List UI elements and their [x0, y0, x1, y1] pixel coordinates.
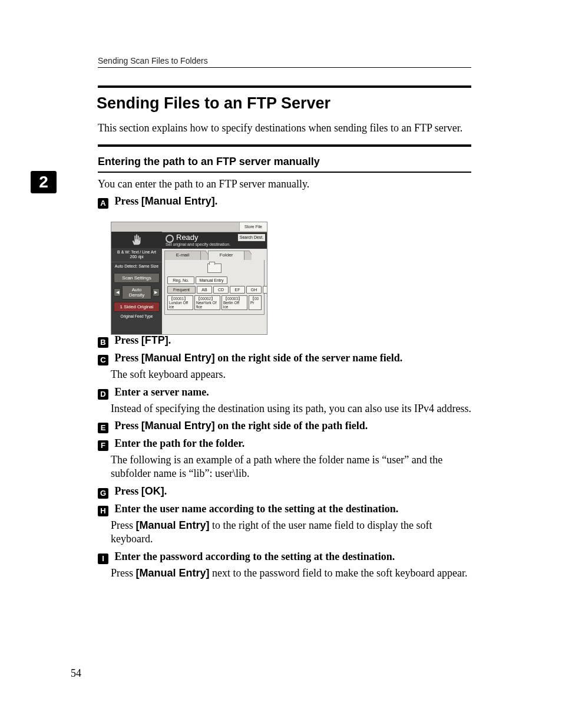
- folder-icon: [207, 263, 222, 273]
- step-3: C Press [Manual Entry] on the right side…: [98, 351, 471, 365]
- device-tabs: E-mail Folder: [164, 251, 265, 260]
- row-destinations: 【00001】 London Off ice 【00002】 NewYork O…: [167, 295, 262, 310]
- step-1: A Press [Manual Entry].: [98, 195, 471, 209]
- step-4-icon: D: [98, 389, 108, 400]
- step-4: D Enter a server name.: [98, 386, 471, 400]
- step-6-body: The following is an example of a path wh…: [111, 453, 471, 481]
- sub-rule-bottom: [98, 172, 471, 173]
- running-head: Sending Scan Files to Folders: [98, 56, 208, 65]
- row-index: Frequent AB CD EF GH IJK: [167, 286, 262, 294]
- section-title: Sending Files to an FTP Server: [97, 94, 471, 113]
- scan-settings-button[interactable]: Scan Settings: [114, 273, 160, 283]
- device-left-column: B & W: Text / Line Art 200 dpi Auto Dete…: [111, 232, 162, 334]
- step-7: G Press [OK].: [98, 485, 471, 499]
- one-sided-button[interactable]: 1 Sided Original: [114, 302, 160, 312]
- frequent-button[interactable]: Frequent: [167, 286, 196, 294]
- auto-density-button[interactable]: Auto Density: [122, 285, 151, 299]
- index-ab[interactable]: AB: [197, 286, 212, 294]
- step-3-head: Press [Manual Entry] on the right side o…: [115, 352, 403, 364]
- index-ij[interactable]: IJK: [263, 286, 267, 294]
- store-file-button[interactable]: Store File: [239, 222, 267, 231]
- step-5: E Press [Manual Entry] on the right side…: [98, 419, 471, 433]
- step-8: H Enter the user name according to the s…: [98, 502, 471, 516]
- step-2: B Press [FTP].: [98, 334, 471, 348]
- step-6-head: Enter the path for the folder.: [115, 437, 245, 449]
- step-5-icon: E: [98, 423, 108, 433]
- device-top-bar: Store File: [111, 222, 267, 232]
- step-1-icon: A: [98, 198, 108, 209]
- tab-folder[interactable]: Folder: [208, 251, 244, 260]
- hand-icon: [111, 232, 162, 248]
- step-9: I Enter the password according to the se…: [98, 550, 471, 564]
- dest-2[interactable]: 【00002】 NewYork Of fice: [194, 295, 220, 310]
- index-gh[interactable]: GH: [246, 286, 262, 294]
- device-panel-body: Reg. No. Manual Entry Frequent AB CD EF …: [164, 260, 265, 315]
- device-panel: Store File B & W: Text / Line Art 200 dp…: [111, 222, 267, 335]
- step-7-head: Press [OK].: [115, 485, 167, 497]
- step-4-head: Enter a server name.: [115, 386, 209, 398]
- step-9-icon: I: [98, 554, 108, 564]
- sub-intro: You can enter the path to an FTP server …: [98, 177, 471, 191]
- step-1-head: Press [Manual Entry].: [115, 195, 218, 207]
- row-reg-manual: Reg. No. Manual Entry: [167, 276, 262, 284]
- reg-no-button[interactable]: Reg. No.: [167, 276, 194, 284]
- section-intro: This section explains how to specify des…: [98, 121, 471, 135]
- section-rule-top: [98, 85, 471, 88]
- step-3-body: The soft keyboard appears.: [111, 368, 471, 381]
- search-dest-button[interactable]: Search Dest.: [237, 233, 266, 242]
- scan-mode-info: B & W: Text / Line Art 200 dpi: [111, 248, 162, 262]
- dest-1[interactable]: 【00001】 London Off ice: [167, 295, 193, 310]
- device-status-bar: Ready Set original and specify destinati…: [162, 232, 267, 249]
- auto-detect-info: Auto Detect: Same Size: [111, 262, 162, 271]
- step-8-head: Enter the user name according to the set…: [115, 503, 399, 515]
- density-right-arrow-icon[interactable]: ▶: [153, 288, 160, 297]
- running-rule: [98, 67, 471, 68]
- tab-email[interactable]: E-mail: [164, 251, 201, 260]
- step-9-body: Press [Manual Entry] next to the passwor…: [111, 566, 471, 580]
- density-left-arrow-icon[interactable]: ◀: [114, 288, 121, 297]
- step-3-icon: C: [98, 355, 108, 365]
- dest-4[interactable]: 【00 Pr: [249, 295, 262, 310]
- step-6-icon: F: [98, 440, 108, 451]
- page-number: 54: [71, 667, 81, 680]
- device-right-column: E-mail Folder Reg. No. Manual Entry Freq…: [162, 248, 267, 334]
- step-5-head: Press [Manual Entry] on the right side o…: [115, 420, 368, 431]
- status-ready: Ready: [176, 233, 199, 242]
- manual-entry-button[interactable]: Manual Entry: [196, 276, 227, 284]
- step-7-icon: G: [98, 488, 108, 499]
- step-6: F Enter the path for the folder.: [98, 437, 471, 451]
- dest-3[interactable]: 【00003】 Berlin Off ice: [222, 295, 247, 310]
- status-subtext: Set original and specify destination.: [166, 242, 230, 246]
- step-8-icon: H: [98, 506, 108, 516]
- index-cd[interactable]: CD: [213, 286, 229, 294]
- index-ef[interactable]: EF: [230, 286, 245, 294]
- sub-heading: Entering the path to an FTP server manua…: [98, 155, 471, 169]
- status-circle-icon: [166, 235, 174, 243]
- sub-rule-top: [98, 144, 471, 147]
- step-4-body: Instead of specifying the destination us…: [111, 402, 471, 416]
- feed-type-label: Original Feed Type: [111, 314, 162, 321]
- chapter-tab: 2: [31, 171, 57, 193]
- step-2-head: Press [FTP].: [115, 334, 171, 346]
- step-2-icon: B: [98, 337, 108, 348]
- step-8-body: Press [Manual Entry] to the right of the…: [111, 519, 471, 546]
- step-9-head: Enter the password according to the sett…: [115, 551, 395, 562]
- auto-density-row: ◀ Auto Density ▶: [114, 285, 160, 299]
